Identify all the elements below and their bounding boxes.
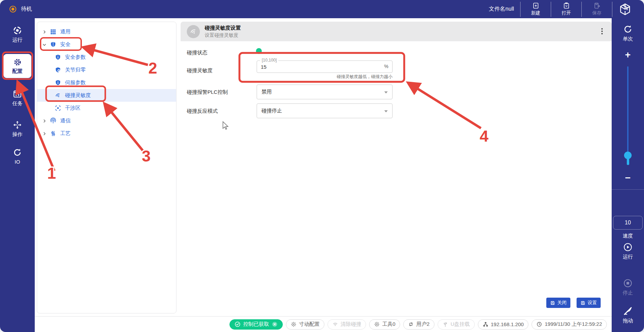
single-cycle-label: 单次 (623, 36, 633, 42)
nav-item-task[interactable]: 任务 (0, 89, 35, 107)
reaction-mode-value: 碰撞停止 (261, 108, 282, 114)
drag-mode-button[interactable]: 拖动 (612, 306, 644, 324)
network-icon (483, 321, 489, 327)
left-nav: 运行 配置 任务 操作 IO (0, 18, 35, 332)
collision-sensitivity-label: 碰撞灵敏度 (187, 67, 213, 74)
run-label: 运行 (623, 254, 633, 260)
app-window: 待机 文件名null 新建 打开 保存 (0, 0, 644, 332)
tree-item-communication[interactable]: 通信 (37, 114, 176, 127)
stop-button[interactable]: 停止 (612, 278, 644, 296)
filename-label: 文件名null (489, 5, 514, 13)
tree-item-servo-params[interactable]: 伺服参数 (37, 76, 176, 89)
sensitivity-unit: % (384, 64, 388, 69)
collision-wifi-avatar-icon (187, 25, 200, 38)
tool-select-button[interactable]: 工具0 (369, 319, 400, 330)
tree-label: 通用 (60, 29, 71, 35)
collision-status-label: 碰撞状态 (187, 49, 207, 56)
speed-slider[interactable] (627, 66, 629, 164)
plc-control-select[interactable]: 禁用 (257, 85, 393, 99)
release-control-x-icon[interactable] (271, 321, 278, 328)
nav-item-run[interactable]: 运行 (0, 26, 35, 43)
chevron-right-icon (42, 30, 47, 34)
collision-status-indicator (256, 48, 262, 54)
task-window-icon (13, 89, 22, 99)
more-options-kebab-icon[interactable] (598, 27, 606, 35)
sensitivity-input[interactable] (261, 63, 374, 71)
ip-address-label: 192.168.1.200 (491, 321, 524, 327)
sensitivity-range-hint: [10,100] (260, 58, 278, 63)
move-arrows-icon (13, 120, 22, 130)
tree-item-security[interactable]: 安全 (37, 38, 176, 51)
speed-value-box[interactable]: 10 (613, 216, 643, 230)
single-cycle-button[interactable]: 单次 (612, 24, 644, 42)
jog-config-label: 寸动配置 (299, 321, 320, 328)
run-button[interactable]: 运行 (612, 242, 644, 260)
plc-control-label: 碰撞报警PLC控制 (187, 89, 228, 96)
file-plus-icon (532, 2, 539, 9)
status-bar: 控制已获取 寸动配置 清除碰撞 工具0 用户2 U盘挂载 (35, 316, 612, 332)
shield-info-icon (55, 79, 61, 86)
clear-collision-button[interactable]: 清除碰撞 (328, 319, 366, 330)
new-file-button[interactable]: 新建 (520, 2, 551, 16)
tree-label: 干涉区 (65, 105, 80, 111)
open-file-button[interactable]: 打开 (551, 2, 581, 16)
new-file-label: 新建 (531, 10, 540, 16)
speed-decrease-button[interactable]: − (612, 175, 644, 181)
close-button-label: 关闭 (557, 300, 567, 306)
tree-item-security-params[interactable]: 安全参数 (37, 51, 176, 64)
gear-icon (13, 58, 22, 67)
chevron-right-icon (42, 131, 47, 136)
panel-subtitle: 设置碰撞灵敏度 (205, 32, 241, 38)
datetime-badge[interactable]: 1999/11/30 上午12:59:22 (532, 319, 607, 330)
divider (612, 189, 644, 190)
ip-address-badge[interactable]: 192.168.1.200 (478, 319, 529, 330)
nav-run-label: 运行 (12, 37, 23, 43)
sensitivity-note: 碰撞灵敏度越低，碰撞力越小 (257, 74, 393, 80)
config-tree-panel: 通用 安全 安全参数 关节归零 伺服参数 碰撞灵敏度 (37, 22, 176, 313)
usb-icon (442, 321, 448, 327)
tree-label: 伺服参数 (65, 79, 86, 86)
datetime-label: 1999/11/30 上午12:59:22 (545, 321, 602, 328)
grid-icon (50, 29, 56, 35)
tree-item-general[interactable]: 通用 (37, 25, 176, 38)
tree-item-interference-zone[interactable]: 干涉区 (37, 102, 176, 114)
wifi-icon (332, 321, 338, 327)
tree-label: 通信 (60, 118, 71, 124)
sliders-icon (50, 130, 56, 137)
tree-label: 工艺 (60, 130, 71, 137)
brand-logo-cube-icon (612, 2, 638, 16)
control-acquired-badge[interactable]: 控制已获取 (229, 319, 283, 330)
nav-task-label: 任务 (12, 100, 23, 107)
apply-settings-label: 设置 (588, 300, 597, 306)
nav-config-label: 配置 (12, 68, 23, 75)
save-disk-icon (580, 300, 586, 306)
close-button[interactable]: 关闭 (546, 298, 570, 308)
reaction-mode-select[interactable]: 碰撞停止 (257, 103, 393, 118)
broadcast-icon (50, 118, 56, 124)
nav-item-io[interactable]: IO (0, 148, 35, 165)
nav-item-config-active[interactable]: 配置 (3, 54, 31, 78)
apply-settings-button[interactable]: 设置 (577, 298, 601, 308)
check-circle-icon (234, 321, 241, 328)
right-bar: 单次 + − 10 速度 运行 停止 拖动 (612, 18, 644, 332)
tree-item-joint-zero[interactable]: 关节归零 (37, 64, 176, 76)
speed-increase-button[interactable]: + (612, 52, 644, 58)
stop-label: 停止 (623, 290, 633, 296)
robot-state-icon (9, 5, 17, 13)
save-file-button[interactable]: 保存 (582, 2, 612, 16)
top-bar: 待机 文件名null 新建 打开 保存 (0, 0, 644, 18)
jog-config-button[interactable]: 寸动配置 (286, 319, 324, 330)
shield-info-icon (55, 54, 61, 60)
tree-item-collision-sensitivity[interactable]: 碰撞灵敏度 (37, 89, 176, 102)
cycle-icon (623, 24, 633, 34)
sensitivity-input-group: [10,100] % (257, 60, 393, 73)
shield-lock-icon (55, 67, 61, 73)
user-frame-button[interactable]: 用户2 (403, 319, 434, 330)
tree-item-process[interactable]: 工艺 (37, 127, 176, 140)
nav-item-operate[interactable]: 操作 (0, 120, 35, 138)
speed-label: 速度 (612, 233, 644, 239)
tree-label: 碰撞灵敏度 (65, 92, 91, 99)
tool-select-label: 工具0 (382, 321, 395, 328)
speed-slider-thumb[interactable] (624, 152, 632, 159)
usb-mount-button[interactable]: U盘挂载 (438, 319, 475, 330)
